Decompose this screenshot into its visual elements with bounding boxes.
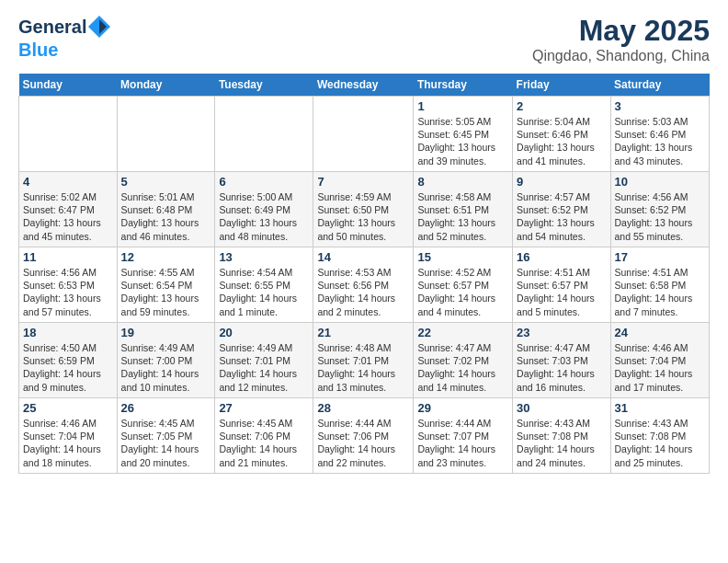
calendar-cell: 1Sunrise: 5:05 AM Sunset: 6:45 PM Daylig…: [414, 97, 513, 172]
main-title: May 2025: [532, 14, 710, 48]
day-info: Sunrise: 4:45 AM Sunset: 7:06 PM Dayligh…: [219, 417, 309, 469]
day-number: 9: [517, 175, 606, 189]
col-header-saturday: Saturday: [610, 74, 709, 97]
day-info: Sunrise: 5:03 AM Sunset: 6:46 PM Dayligh…: [615, 115, 705, 167]
calendar-cell: 4Sunrise: 5:02 AM Sunset: 6:47 PM Daylig…: [19, 172, 118, 247]
calendar-cell: 10Sunrise: 4:56 AM Sunset: 6:52 PM Dayli…: [610, 172, 709, 247]
calendar-cell: 22Sunrise: 4:47 AM Sunset: 7:02 PM Dayli…: [414, 323, 513, 398]
logo-icon: [86, 14, 112, 40]
day-info: Sunrise: 4:46 AM Sunset: 7:04 PM Dayligh…: [23, 417, 113, 469]
day-info: Sunrise: 4:47 AM Sunset: 7:02 PM Dayligh…: [417, 341, 508, 394]
calendar-cell: 7Sunrise: 4:59 AM Sunset: 6:50 PM Daylig…: [313, 172, 414, 247]
day-info: Sunrise: 5:04 AM Sunset: 6:46 PM Dayligh…: [517, 115, 606, 167]
calendar-cell: 30Sunrise: 4:43 AM Sunset: 7:08 PM Dayli…: [513, 398, 610, 474]
day-number: 6: [219, 175, 309, 189]
day-number: 28: [317, 401, 409, 415]
day-number: 16: [517, 250, 606, 264]
col-header-thursday: Thursday: [414, 74, 513, 97]
calendar-cell: [215, 97, 313, 172]
day-info: Sunrise: 4:47 AM Sunset: 7:03 PM Dayligh…: [517, 341, 606, 394]
day-info: Sunrise: 4:49 AM Sunset: 7:01 PM Dayligh…: [219, 341, 309, 394]
calendar-cell: [117, 97, 215, 172]
day-info: Sunrise: 4:57 AM Sunset: 6:52 PM Dayligh…: [517, 190, 606, 243]
calendar-cell: 21Sunrise: 4:48 AM Sunset: 7:01 PM Dayli…: [313, 323, 414, 398]
day-number: 19: [121, 326, 211, 339]
subtitle: Qingdao, Shandong, China: [532, 48, 710, 64]
day-number: 24: [615, 326, 705, 339]
day-info: Sunrise: 4:54 AM Sunset: 6:55 PM Dayligh…: [219, 266, 309, 318]
calendar-cell: 5Sunrise: 5:01 AM Sunset: 6:48 PM Daylig…: [117, 172, 215, 247]
day-number: 30: [517, 401, 606, 415]
day-info: Sunrise: 4:46 AM Sunset: 7:04 PM Dayligh…: [615, 341, 705, 394]
calendar-cell: 8Sunrise: 4:58 AM Sunset: 6:51 PM Daylig…: [414, 172, 513, 247]
col-header-sunday: Sunday: [19, 74, 118, 97]
calendar-cell: 20Sunrise: 4:49 AM Sunset: 7:01 PM Dayli…: [215, 323, 313, 398]
day-info: Sunrise: 4:56 AM Sunset: 6:53 PM Dayligh…: [23, 266, 113, 318]
day-number: 29: [417, 401, 508, 415]
day-number: 22: [417, 326, 508, 339]
day-info: Sunrise: 4:51 AM Sunset: 6:57 PM Dayligh…: [517, 266, 606, 318]
calendar-week-3: 11Sunrise: 4:56 AM Sunset: 6:53 PM Dayli…: [19, 247, 710, 323]
day-info: Sunrise: 4:48 AM Sunset: 7:01 PM Dayligh…: [317, 341, 409, 394]
calendar-header-row: SundayMondayTuesdayWednesdayThursdayFrid…: [19, 74, 710, 97]
day-info: Sunrise: 4:50 AM Sunset: 6:59 PM Dayligh…: [23, 341, 113, 394]
day-number: 3: [615, 99, 705, 113]
day-info: Sunrise: 4:55 AM Sunset: 6:54 PM Dayligh…: [121, 266, 211, 318]
day-info: Sunrise: 4:44 AM Sunset: 7:07 PM Dayligh…: [417, 417, 508, 469]
title-section: May 2025 Qingdao, Shandong, China: [532, 14, 710, 64]
calendar-cell: 31Sunrise: 4:43 AM Sunset: 7:08 PM Dayli…: [610, 398, 709, 474]
logo: General Blue: [18, 14, 112, 60]
calendar-week-5: 25Sunrise: 4:46 AM Sunset: 7:04 PM Dayli…: [19, 398, 710, 474]
day-info: Sunrise: 4:56 AM Sunset: 6:52 PM Dayligh…: [615, 190, 705, 243]
day-info: Sunrise: 5:02 AM Sunset: 6:47 PM Dayligh…: [23, 190, 113, 243]
calendar-cell: 12Sunrise: 4:55 AM Sunset: 6:54 PM Dayli…: [117, 247, 215, 323]
header: General Blue May 2025 Qingdao, Shandong,…: [18, 14, 710, 64]
day-info: Sunrise: 4:49 AM Sunset: 7:00 PM Dayligh…: [121, 341, 211, 394]
day-number: 8: [417, 175, 508, 189]
calendar-week-4: 18Sunrise: 4:50 AM Sunset: 6:59 PM Dayli…: [19, 323, 710, 398]
calendar-cell: 26Sunrise: 4:45 AM Sunset: 7:05 PM Dayli…: [117, 398, 215, 474]
calendar-week-2: 4Sunrise: 5:02 AM Sunset: 6:47 PM Daylig…: [19, 172, 710, 247]
day-number: 15: [417, 250, 508, 264]
calendar-cell: 15Sunrise: 4:52 AM Sunset: 6:57 PM Dayli…: [414, 247, 513, 323]
calendar-cell: 6Sunrise: 5:00 AM Sunset: 6:49 PM Daylig…: [215, 172, 313, 247]
calendar-cell: 25Sunrise: 4:46 AM Sunset: 7:04 PM Dayli…: [19, 398, 118, 474]
day-number: 13: [219, 250, 309, 264]
calendar-cell: 19Sunrise: 4:49 AM Sunset: 7:00 PM Dayli…: [117, 323, 215, 398]
calendar-cell: 23Sunrise: 4:47 AM Sunset: 7:03 PM Dayli…: [513, 323, 610, 398]
day-info: Sunrise: 4:59 AM Sunset: 6:50 PM Dayligh…: [317, 190, 409, 243]
col-header-monday: Monday: [117, 74, 215, 97]
col-header-wednesday: Wednesday: [313, 74, 414, 97]
calendar-cell: 16Sunrise: 4:51 AM Sunset: 6:57 PM Dayli…: [513, 247, 610, 323]
calendar-table: SundayMondayTuesdayWednesdayThursdayFrid…: [18, 74, 710, 474]
calendar-cell: 2Sunrise: 5:04 AM Sunset: 6:46 PM Daylig…: [513, 97, 610, 172]
day-number: 31: [615, 401, 705, 415]
day-number: 17: [615, 250, 705, 264]
calendar-cell: 28Sunrise: 4:44 AM Sunset: 7:06 PM Dayli…: [313, 398, 414, 474]
col-header-friday: Friday: [513, 74, 610, 97]
calendar-cell: 24Sunrise: 4:46 AM Sunset: 7:04 PM Dayli…: [610, 323, 709, 398]
day-number: 26: [121, 401, 211, 415]
day-info: Sunrise: 5:01 AM Sunset: 6:48 PM Dayligh…: [121, 190, 211, 243]
day-number: 20: [219, 326, 309, 339]
day-info: Sunrise: 4:52 AM Sunset: 6:57 PM Dayligh…: [417, 266, 508, 318]
day-number: 18: [23, 326, 113, 339]
calendar-cell: 27Sunrise: 4:45 AM Sunset: 7:06 PM Dayli…: [215, 398, 313, 474]
calendar-week-1: 1Sunrise: 5:05 AM Sunset: 6:45 PM Daylig…: [19, 97, 710, 172]
day-number: 10: [615, 175, 705, 189]
day-number: 21: [317, 326, 409, 339]
day-number: 14: [317, 250, 409, 264]
day-number: 12: [121, 250, 211, 264]
day-number: 23: [517, 326, 606, 339]
day-number: 1: [417, 99, 508, 113]
calendar-cell: 3Sunrise: 5:03 AM Sunset: 6:46 PM Daylig…: [610, 97, 709, 172]
calendar-cell: [19, 97, 118, 172]
day-info: Sunrise: 4:51 AM Sunset: 6:58 PM Dayligh…: [615, 266, 705, 318]
day-number: 2: [517, 99, 606, 113]
calendar-cell: [313, 97, 414, 172]
day-info: Sunrise: 4:45 AM Sunset: 7:05 PM Dayligh…: [121, 417, 211, 469]
day-number: 4: [23, 175, 113, 189]
logo-blue: Blue: [18, 40, 58, 60]
calendar-cell: 13Sunrise: 4:54 AM Sunset: 6:55 PM Dayli…: [215, 247, 313, 323]
day-number: 25: [23, 401, 113, 415]
